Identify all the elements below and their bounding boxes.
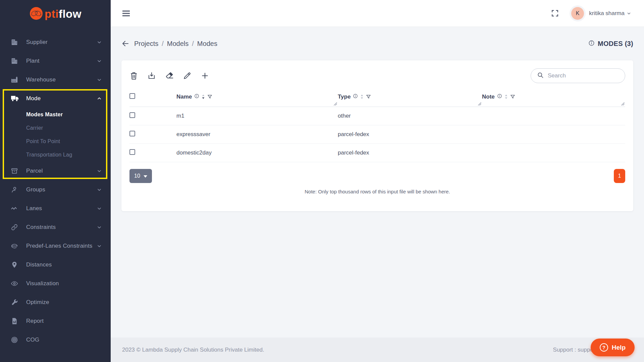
info-icon[interactable] xyxy=(194,94,199,100)
search-input[interactable] xyxy=(548,72,622,79)
select-all-checkbox[interactable] xyxy=(129,93,135,99)
sidebar-item-label: COG xyxy=(26,337,39,343)
help-button[interactable]: ? Help xyxy=(591,339,635,356)
sort-icon[interactable] xyxy=(360,94,364,99)
table-row[interactable]: expresssaver parcel-fedex xyxy=(129,125,625,143)
column-resize-handle[interactable] xyxy=(334,102,337,106)
sidebar-item-plant[interactable]: Plant xyxy=(0,52,111,70)
filter-icon[interactable] xyxy=(510,94,515,99)
row-checkbox[interactable] xyxy=(129,131,135,136)
paperclip-icon xyxy=(11,242,19,250)
page-size-dropdown[interactable]: 10 xyxy=(129,169,152,183)
info-icon[interactable] xyxy=(497,94,502,100)
sidebar-item-mode[interactable]: Mode xyxy=(0,89,111,108)
filter-icon[interactable] xyxy=(366,94,371,99)
filter-icon[interactable] xyxy=(207,94,212,99)
sidebar-item-supplier[interactable]: Supplier xyxy=(0,33,111,52)
chevron-down-icon[interactable] xyxy=(627,11,631,16)
breadcrumb-item-projects[interactable]: Projects xyxy=(134,40,158,48)
cell-name: m1 xyxy=(176,107,338,125)
cell-name: domestic2day xyxy=(176,143,338,162)
table-row[interactable]: domestic2day parcel-fedex xyxy=(129,143,625,162)
info-icon[interactable] xyxy=(588,40,595,48)
breadcrumb-item-modes[interactable]: Modes xyxy=(197,40,217,48)
sidebar-item-predef-lanes-constraints[interactable]: Predef-Lanes Constraints xyxy=(0,237,111,255)
page-number-button[interactable]: 1 xyxy=(614,169,625,183)
breadcrumb-item-models[interactable]: Models xyxy=(167,40,189,48)
sidebar-item-label: Lanes xyxy=(26,205,42,212)
chevron-down-icon xyxy=(97,40,102,45)
column-resize-handle[interactable] xyxy=(478,102,481,106)
sidebar-nav: Supplier Plant Warehouse Mode Modes Mast… xyxy=(0,28,111,349)
download-icon[interactable] xyxy=(147,71,156,80)
sidebar-item-transportation-lag[interactable]: Transportation Lag xyxy=(0,148,111,162)
fullscreen-icon[interactable] xyxy=(551,9,559,17)
chevron-down-icon xyxy=(97,58,102,64)
add-icon[interactable] xyxy=(201,71,209,80)
sort-icon[interactable] xyxy=(504,94,508,99)
question-icon: ? xyxy=(600,343,608,352)
chevron-up-icon xyxy=(97,96,102,101)
sidebar-item-label: Report xyxy=(26,318,44,324)
table-row[interactable]: m1 other xyxy=(129,107,625,125)
chevron-down-icon xyxy=(97,168,102,174)
sidebar-item-visualization[interactable]: Visualization xyxy=(0,274,111,293)
sidebar-item-label: Plant xyxy=(26,58,40,64)
sidebar-item-warehouse[interactable]: Warehouse xyxy=(0,70,111,89)
cell-note xyxy=(482,107,625,125)
parcel-box-icon xyxy=(11,167,19,175)
sidebar-item-label: Warehouse xyxy=(26,76,56,83)
sidebar-subitem-label: Transportation Lag xyxy=(26,152,72,158)
sidebar-item-constraints[interactable]: Constraints xyxy=(0,218,111,237)
table-note: Note: Only top thousand rows of this inp… xyxy=(129,189,625,194)
eraser-icon[interactable] xyxy=(165,71,174,80)
sidebar-subitem-label: Point To Point xyxy=(26,138,60,144)
sidebar-item-label: Mode xyxy=(26,95,41,102)
sidebar-item-optimize[interactable]: Optimize xyxy=(0,293,111,312)
logo-text-orange: pti xyxy=(45,8,59,20)
sidebar-item-lanes[interactable]: Lanes xyxy=(0,199,111,218)
cell-note xyxy=(482,143,625,162)
row-checkbox[interactable] xyxy=(129,149,135,155)
link-icon xyxy=(11,224,19,231)
cell-type: parcel-fedex xyxy=(338,125,482,143)
sidebar-item-carrier[interactable]: Carrier xyxy=(0,121,111,135)
sidebar-item-label: Optimize xyxy=(26,299,49,306)
column-resize-handle[interactable] xyxy=(621,102,625,106)
cell-name: expresssaver xyxy=(176,125,338,143)
row-checkbox[interactable] xyxy=(129,112,135,118)
back-arrow-icon[interactable] xyxy=(121,40,129,48)
sidebar-item-parcel[interactable]: Parcel xyxy=(0,162,111,180)
modes-table: Name Type xyxy=(129,87,625,162)
target-icon xyxy=(11,336,19,344)
main-area: K kritika sharma Projects / Models / Mod… xyxy=(111,0,644,362)
column-header-label[interactable]: Type xyxy=(338,94,351,100)
sidebar-item-report[interactable]: Report xyxy=(0,312,111,330)
sidebar-item-point-to-point[interactable]: Point To Point xyxy=(0,135,111,148)
sidebar-item-label: Supplier xyxy=(26,39,48,46)
pagination: 10 1 xyxy=(129,169,625,183)
sidebar-item-groups[interactable]: Groups xyxy=(0,180,111,199)
buildings-icon xyxy=(11,57,19,65)
factory-icon xyxy=(11,76,19,83)
sidebar-item-cog[interactable]: COG xyxy=(0,330,111,349)
avatar[interactable]: K xyxy=(571,7,584,20)
info-icon[interactable] xyxy=(353,94,358,100)
sidebar-item-modes-master[interactable]: Modes Master xyxy=(0,108,111,121)
person-icon xyxy=(11,186,19,193)
table-toolbar xyxy=(129,68,625,83)
brand-logo[interactable]: ptiflow xyxy=(0,0,111,28)
delete-icon[interactable] xyxy=(129,71,138,80)
chevron-down-icon xyxy=(97,77,102,82)
column-header-label[interactable]: Note xyxy=(482,94,495,100)
sidebar-item-label: Groups xyxy=(26,186,45,193)
user-name: kritika sharma xyxy=(589,10,625,17)
sort-icon[interactable] xyxy=(202,94,205,99)
edit-icon[interactable] xyxy=(183,71,192,80)
menu-icon[interactable] xyxy=(122,10,130,17)
search-icon xyxy=(537,72,544,80)
column-header-label[interactable]: Name xyxy=(176,94,192,100)
sidebar-item-label: Parcel xyxy=(26,168,43,174)
report-doc-icon xyxy=(11,317,19,325)
sidebar-item-distances[interactable]: Distances xyxy=(0,255,111,274)
